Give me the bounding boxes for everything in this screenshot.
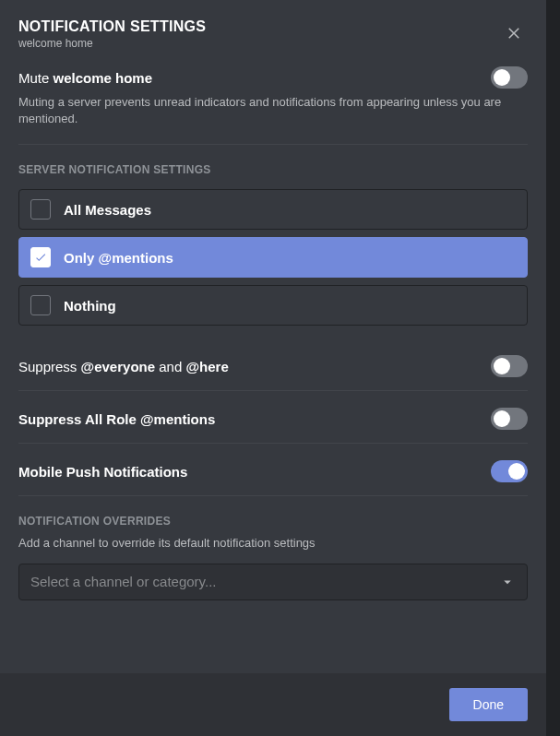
radio-only-mentions[interactable]: Only @mentions [18,237,528,278]
radio-all-messages[interactable]: All Messages [18,189,528,230]
overrides-heading: NOTIFICATION OVERRIDES [18,496,528,540]
check-icon [34,251,47,264]
modal-title: NOTIFICATION SETTINGS [18,18,206,35]
overrides-description: Add a channel to override its default no… [18,535,528,563]
suppress-everyone-label: Suppress @everyone and @here [18,359,229,374]
select-placeholder: Select a channel or category... [30,574,217,589]
mobile-push-label: Mobile Push Notifications [18,464,187,480]
close-icon [506,24,522,41]
modal-header: NOTIFICATION SETTINGS welcome home [18,18,528,50]
suppress-everyone-row: Suppress @everyone and @here [18,355,528,390]
close-button[interactable] [500,18,528,46]
mute-label: Mute welcome home [18,70,152,86]
suppress-roles-toggle[interactable] [491,408,528,430]
checkbox-icon [30,247,51,267]
mute-toggle[interactable] [491,66,528,89]
modal-subtitle: welcome home [18,37,206,50]
suppress-roles-row: Suppress All Role @mentions [18,391,528,443]
suppress-everyone-toggle[interactable] [491,355,528,377]
radio-nothing[interactable]: Nothing [18,285,528,326]
modal-body: NOTIFICATION SETTINGS welcome home Mute … [0,0,546,673]
override-channel-select[interactable]: Select a channel or category... [18,564,528,600]
mute-description: Muting a server prevents unread indicato… [18,94,528,144]
chevron-down-icon [499,574,516,590]
modal-footer: Done [0,673,546,736]
notification-settings-modal: NOTIFICATION SETTINGS welcome home Mute … [0,0,546,736]
checkbox-icon [30,295,51,315]
mobile-push-toggle[interactable] [491,460,528,482]
checkbox-icon [30,199,51,220]
suppress-roles-label: Suppress All Role @mentions [18,411,215,427]
server-notifications-heading: SERVER NOTIFICATION SETTINGS [18,145,528,189]
done-button[interactable]: Done [449,688,528,721]
mobile-push-row: Mobile Push Notifications [18,444,528,495]
